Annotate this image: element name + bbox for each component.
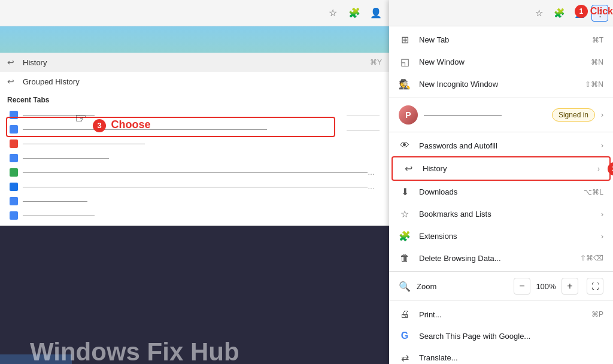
step2-circle: 2 (608, 162, 613, 175)
incognito-item[interactable]: 🕵 New Incognito Window ⇧⌘N (389, 73, 613, 95)
new-tab-shortcut: ⌘T (592, 36, 603, 44)
tab-item-3[interactable]: ————————————————— (7, 136, 382, 151)
tab-title-4: ———————————— (23, 154, 380, 162)
zoom-plus-btn[interactable]: + (562, 278, 578, 295)
profile-name: —————————— (424, 111, 546, 120)
history-menu-arrow: › (597, 165, 600, 173)
tab-favicon-8 (10, 211, 18, 220)
search-google-item[interactable]: G Search This Page with Google... (389, 325, 613, 347)
translate-item[interactable]: ⇄ Translate... (389, 347, 613, 364)
tab-favicon-4 (10, 154, 18, 162)
browser-area: ☆ 🧩 👤 ↩ History ⌘Y ↩ Grouped H (0, 0, 389, 364)
new-tab-icon: ⊞ (399, 34, 411, 46)
menu-extensions-icon[interactable]: 🧩 (551, 5, 568, 22)
tab-item-8[interactable]: —————————— (7, 208, 382, 223)
divider-1 (389, 98, 613, 98)
bookmarks-icon: ☆ (399, 208, 411, 220)
tab-favicon-2 (10, 125, 18, 134)
tab-title-2: —————————————————————————————————— (23, 125, 342, 134)
divider-4 (389, 301, 613, 301)
history-item[interactable]: ↩ History ⌘Y (0, 53, 389, 72)
history-label: History (23, 58, 47, 67)
tab-favicon-3 (10, 139, 18, 148)
browser-toolbar: ☆ 🧩 👤 (0, 0, 389, 26)
extensions-arrow: › (601, 232, 603, 241)
passwords-arrow: › (601, 141, 603, 150)
tab-favicon-5 (10, 168, 18, 177)
tab-item-1[interactable]: —————————— ————— (7, 108, 382, 122)
incognito-shortcut: ⇧⌘N (585, 80, 603, 89)
divider-3 (389, 271, 613, 272)
bookmarks-label: Bookmarks and Lists (419, 210, 593, 219)
downloads-icon: ⬇ (399, 186, 411, 198)
zoom-fullscreen-btn[interactable]: ⛶ (587, 278, 603, 295)
grouped-label: Grouped History (23, 77, 80, 86)
passwords-item[interactable]: 👁 Passwords and Autofill › (389, 135, 613, 156)
tab-item-4[interactable]: ———————————— (7, 151, 382, 165)
tab-time-2: ————— (347, 126, 380, 133)
menu-items: ⊞ New Tab ⌘T ◱ New Window ⌘N 🕵 New Incog… (389, 26, 613, 364)
tab-title-6: ————————————————————————————————————————… (23, 183, 380, 191)
print-icon: 🖨 (399, 309, 411, 320)
grouped-icon: ↩ (7, 77, 18, 86)
profile-arrow: › (601, 111, 603, 119)
tab-item-2[interactable]: —————————————————————————————————— ————— (7, 122, 382, 136)
new-window-icon: ◱ (399, 56, 411, 68)
zoom-label: Zoom (417, 282, 508, 291)
recent-tabs-section: Recent Tabs —————————— ————— ———————————… (0, 91, 389, 225)
print-label: Print... (419, 310, 583, 319)
search-google-label: Search This Page with Google... (419, 332, 603, 341)
divider-2 (389, 132, 613, 132)
history-menu-icon: ↩ (402, 163, 414, 174)
extensions-menu-icon: 🧩 (399, 230, 411, 242)
history-icon: ↩ (7, 57, 18, 67)
tab-favicon-7 (10, 197, 18, 205)
downloads-shortcut: ⌥⌘L (584, 188, 603, 196)
history-menu-item[interactable]: ↩ History › 2 Select (392, 156, 611, 181)
print-shortcut: ⌘P (591, 310, 603, 318)
extensions-icon[interactable]: 🧩 (346, 5, 363, 22)
history-menu-label: History (423, 164, 589, 173)
chrome-menu: ☆ 🧩 👤 ⋮ 1 Click ⊞ New Tab ⌘T ◱ New Windo… (389, 0, 613, 364)
new-window-item[interactable]: ◱ New Window ⌘N (389, 51, 613, 73)
tab-title-5: ————————————————————————————————————————… (23, 168, 380, 177)
incognito-icon: 🕵 (399, 78, 411, 90)
profile-row[interactable]: P —————————— Signed in › (389, 101, 613, 129)
delete-browsing-item[interactable]: 🗑 Delete Browsing Data... ⇧⌘⌫ (389, 247, 613, 269)
zoom-controls: − 100% + (514, 278, 578, 295)
new-tab-item[interactable]: ⊞ New Tab ⌘T (389, 29, 613, 51)
page-content: ↩ History ⌘Y ↩ Grouped History Recent Ta… (0, 26, 389, 364)
tab-title-8: —————————— (23, 211, 380, 220)
extensions-item[interactable]: 🧩 Extensions › (389, 225, 613, 247)
bookmarks-item[interactable]: ☆ Bookmarks and Lists › (389, 203, 613, 225)
tab-title-7: ————————— (23, 197, 380, 205)
tab-item-7[interactable]: ————————— (7, 194, 382, 208)
star-icon[interactable]: ☆ (324, 5, 341, 22)
avatar-icon[interactable]: 👤 (368, 5, 384, 22)
step1-label: Click (590, 6, 613, 17)
history-shortcut: ⌘Y (370, 58, 382, 66)
print-item[interactable]: 🖨 Print... ⌘P (389, 304, 613, 325)
tab-item-6[interactable]: ————————————————————————————————————————… (7, 180, 382, 194)
tab-item-5[interactable]: ————————————————————————————————————————… (7, 165, 382, 180)
history-panel: ↩ History ⌘Y ↩ Grouped History Recent Ta… (0, 53, 389, 226)
tab-title-1: —————————— (23, 111, 342, 119)
select-badge: 2 Select (608, 162, 613, 175)
recent-tabs-title: Recent Tabs (7, 96, 382, 104)
zoom-minus-btn[interactable]: − (514, 278, 530, 295)
new-window-label: New Window (419, 57, 582, 66)
translate-icon: ⇄ (399, 352, 411, 363)
downloads-item[interactable]: ⬇ Downloads ⌥⌘L (389, 181, 613, 203)
bottom-blur (0, 354, 72, 364)
tab-title-3: ————————————————— (23, 139, 380, 148)
grouped-history-item[interactable]: ↩ Grouped History (0, 72, 389, 91)
extensions-label: Extensions (419, 232, 593, 241)
tab-favicon-6 (10, 183, 18, 191)
new-tab-label: New Tab (419, 35, 584, 44)
profile-avatar: P (399, 105, 418, 125)
delete-label: Delete Browsing Data... (419, 254, 572, 263)
passwords-label: Passwords and Autofill (419, 141, 593, 150)
menu-star-icon[interactable]: ☆ (530, 5, 547, 22)
downloads-label: Downloads (419, 187, 575, 196)
zoom-row: 🔍 Zoom − 100% + ⛶ (389, 274, 613, 298)
